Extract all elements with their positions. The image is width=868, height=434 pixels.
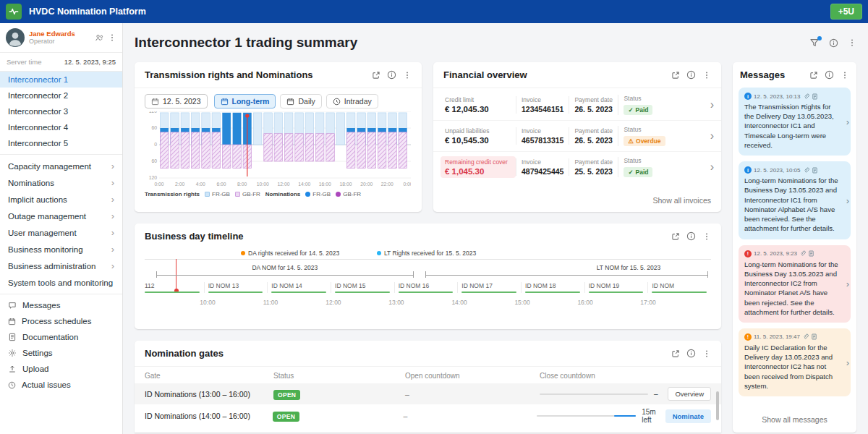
sidebar-item-outage-management[interactable]: Outage management› [0, 208, 122, 224]
kebab-menu-icon[interactable] [403, 71, 412, 80]
sidebar-item-interconnector-4[interactable]: Interconnector 4 [0, 119, 122, 135]
legend-item: FR-GB [205, 191, 230, 197]
sidebar-item-interconnector-5[interactable]: Interconnector 5 [0, 135, 122, 151]
show-all-invoices-link[interactable]: Show all invoices [433, 192, 721, 212]
tab-intraday[interactable]: Intraday [326, 94, 378, 109]
message-list: i12. 5. 2023, 10:13The Transmission Righ… [733, 88, 856, 408]
info-icon[interactable] [686, 231, 696, 241]
chevron-right-icon[interactable]: › [846, 278, 849, 289]
main-content: Interconnector 1 trading summary Transmi… [123, 23, 868, 434]
message-date: 12. 5. 2023, 10:05 [754, 167, 801, 174]
sidebar-item-messages[interactable]: Messages [0, 297, 122, 313]
chevron-right-icon[interactable]: › [846, 357, 849, 368]
open-in-new-icon[interactable] [671, 232, 680, 241]
overview-button[interactable]: Overview [668, 387, 711, 401]
info-icon[interactable] [686, 349, 696, 358]
timeline-card-title: Business day timeline [145, 231, 671, 242]
timeline-slot[interactable]: 112 [145, 282, 204, 293]
message-date: 11. 5. 2023, 19:47 [754, 333, 800, 340]
open-in-new-icon[interactable] [671, 349, 680, 358]
date-picker[interactable]: 12. 5. 2023 [145, 94, 208, 109]
app-title: HVDC Nomination Platform [29, 7, 823, 17]
open-in-new-icon[interactable] [809, 71, 818, 80]
scrollbar[interactable] [716, 391, 719, 420]
topbar-action-button[interactable]: +5U [830, 4, 862, 20]
message-item[interactable]: i12. 5. 2023, 10:05Long-term Nominations… [739, 161, 851, 239]
show-all-messages-link[interactable]: Show all messages [733, 408, 856, 433]
invoice-row[interactable]: Credit limit€ 12,045.30Invoice1234546151… [433, 90, 721, 120]
svg-text:2:00: 2:00 [175, 182, 184, 187]
kebab-menu-icon[interactable] [702, 71, 711, 80]
chevron-right-icon[interactable]: › [710, 161, 714, 173]
invoice-row[interactable]: Unpaid liabilities€ 10,545.30Invoice4657… [433, 120, 721, 151]
sidebar-item-process-schedules[interactable]: Process schedules [0, 313, 122, 329]
sidebar-item-interconnector-3[interactable]: Interconnector 3 [0, 103, 122, 119]
sidebar-item-interconnector-1[interactable]: Interconnector 1 [0, 72, 122, 88]
gate-name: ID Nominations (13:00 – 16:00) [145, 390, 273, 399]
kebab-menu-icon[interactable] [702, 232, 711, 241]
info-icon[interactable] [686, 70, 696, 80]
svg-text:0: 0 [154, 142, 157, 147]
timeline-slot[interactable]: ID NOM 17 [457, 282, 521, 293]
timeline-slot[interactable]: ID NOM 19 [584, 282, 648, 293]
timeline-slot[interactable]: ID NOM 16 [394, 282, 458, 293]
chevron-right-icon[interactable]: › [710, 99, 714, 111]
chevron-right-icon[interactable]: › [846, 195, 849, 205]
info-icon: i [744, 93, 752, 100]
messages-icon [8, 301, 17, 310]
status-badge: ⚠Overdue [624, 136, 665, 146]
info-icon[interactable] [387, 70, 396, 80]
info-icon[interactable] [829, 38, 838, 48]
invoice-row[interactable]: Remaining credit cover€ 1,045.30Invoice4… [433, 151, 721, 182]
sidebar-item-settings[interactable]: Settings [0, 345, 122, 361]
timeline-slot[interactable]: ID NOM 14 [267, 282, 331, 293]
open-in-new-icon[interactable] [372, 71, 380, 80]
col-open-countdown: Open countdown [405, 372, 540, 380]
sidebar-item-nominations[interactable]: Nominations› [0, 174, 122, 191]
svg-text:4:00: 4:00 [196, 182, 205, 187]
timeline-slot[interactable]: ID NOM 18 [521, 282, 584, 293]
avatar [6, 28, 25, 47]
kebab-menu-icon[interactable] [848, 38, 856, 47]
financial-card-title: Financial overview [443, 69, 671, 80]
sidebar-item-system-tools-and-monitoring[interactable]: System tools and monitoring› [0, 274, 122, 291]
sidebar-item-upload[interactable]: Upload [0, 361, 122, 377]
gate-name: ID Nominations (14:00 – 16:00) [145, 412, 273, 420]
switch-user-icon[interactable] [95, 33, 104, 43]
sidebar-item-interconnector-2[interactable]: Interconnector 2 [0, 88, 122, 103]
chevron-right-icon[interactable]: › [710, 130, 714, 142]
timescale-tabs: Long-termDailyIntraday [214, 94, 378, 109]
sidebar-item-implicit-auctions[interactable]: Implicit auctions› [0, 191, 122, 208]
sidebar-item-documentation[interactable]: Documentation [0, 329, 122, 345]
sidebar-item-actual-issues[interactable]: Actual issues [0, 377, 122, 393]
open-in-new-icon[interactable] [671, 71, 680, 80]
upload-icon [8, 365, 17, 373]
tab-daily[interactable]: Daily [280, 94, 321, 109]
profile-menu-icon[interactable] [108, 33, 116, 42]
message-item[interactable]: !12. 5. 2023, 9:23Long-term Nominations … [739, 245, 851, 323]
calendar-icon [8, 318, 16, 326]
timeline-marker-label: LT Rights received for 15. 5. 2023 [377, 250, 476, 257]
sidebar-item-business-administration[interactable]: Business administration› [0, 258, 122, 274]
message-item[interactable]: i12. 5. 2023, 10:13The Transmission Righ… [739, 88, 851, 156]
sidebar-item-user-management[interactable]: User management› [0, 224, 122, 241]
nominate-button[interactable]: Nominate [665, 409, 711, 423]
timeline-slot[interactable]: ID NOM 15 [331, 282, 394, 293]
timeline-slot[interactable]: ID NOM [647, 282, 711, 293]
kebab-menu-icon[interactable] [702, 349, 711, 358]
user-profile[interactable]: Jane Edwards Operator [0, 23, 122, 53]
sidebar-item-capacity-management[interactable]: Capacity management› [0, 158, 122, 174]
payment-date: Payment date25. 5. 2023 [569, 158, 618, 176]
sidebar-item-business-monitoring[interactable]: Business monitoring› [0, 241, 122, 258]
document-icon [811, 333, 817, 340]
filter-icon[interactable] [809, 38, 820, 48]
timeline-slot[interactable]: ID NOM 13 [204, 282, 268, 293]
message-item[interactable]: !11. 5. 2023, 19:47Daily IC Declaration … [739, 328, 851, 396]
chevron-right-icon[interactable]: › [846, 116, 849, 127]
clock-icon [333, 98, 341, 106]
gate-status-badge: OPEN [273, 390, 300, 400]
info-icon[interactable] [825, 70, 834, 80]
kebab-menu-icon[interactable] [841, 71, 849, 80]
tab-long-term[interactable]: Long-term [214, 94, 276, 109]
svg-text:10:00: 10:00 [257, 182, 269, 187]
